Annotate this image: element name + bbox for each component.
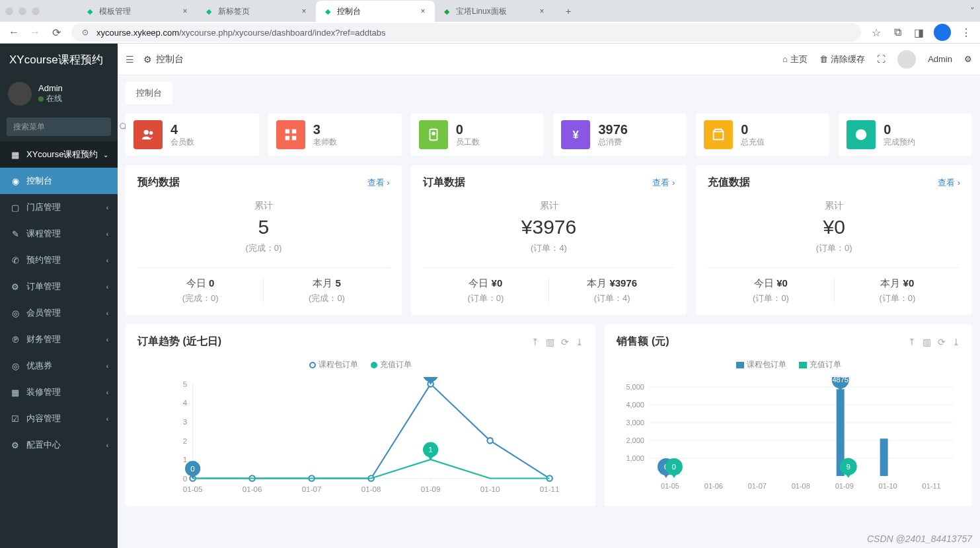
sidebar-item-label: 财务管理 [26, 333, 61, 345]
tab-dashboard[interactable]: 控制台 [126, 82, 172, 104]
clear-cache-button[interactable]: 🗑清除缓存 [819, 53, 865, 65]
svg-text:01-06: 01-06 [243, 485, 262, 493]
topbar-avatar[interactable] [897, 50, 916, 69]
legend-item[interactable]: 充值订单 [371, 359, 412, 370]
chart-tool-download-icon[interactable]: ⤓ [952, 337, 960, 347]
sidebar-item-4[interactable]: ⚙订单管理‹ [0, 273, 118, 300]
tab-close-icon[interactable]: × [537, 7, 547, 16]
nav-forward-icon[interactable]: → [29, 26, 41, 38]
sidebar-item-7[interactable]: ◎优惠券‹ [0, 353, 118, 379]
favicon-icon: ◆ [322, 6, 333, 17]
total-sub: (订单：4) [423, 242, 675, 254]
view-link[interactable]: 查看 › [367, 177, 390, 189]
sidebar-item-icon: ℗ [9, 335, 21, 345]
sidebar: XYcourse课程预约 Admin 在线 ▦ XYcourse课程预约 ⌄ [0, 44, 118, 548]
legend-item[interactable]: 课程包订单 [309, 359, 358, 370]
tab-close-icon[interactable]: × [299, 7, 309, 16]
chrome-menu-icon[interactable]: ⋮ [960, 26, 972, 39]
sidebar-item-10[interactable]: ⚙配置中心‹ [0, 432, 118, 458]
today-sub: (订单：0) [423, 292, 548, 304]
browser-tab-bar: ◆模板管理×◆新标签页×◆控制台×◆宝塔Linux面板× + ˅ [0, 0, 980, 22]
sidebar-item-9[interactable]: ☑内容管理‹ [0, 405, 118, 432]
sidebar-item-1[interactable]: ▢门店管理‹ [0, 194, 118, 221]
stat-card[interactable]: 4会员数 [126, 114, 259, 156]
nav-back-icon[interactable]: ← [8, 26, 20, 38]
user-panel[interactable]: Admin 在线 [0, 75, 118, 112]
window-dot-min[interactable] [19, 7, 26, 15]
nav-reload-icon[interactable]: ⟳ [50, 26, 62, 39]
svg-rect-4 [285, 129, 289, 133]
profile-avatar[interactable] [934, 24, 951, 41]
panel-title: 订单数据 [423, 176, 465, 189]
chart-tool-bar-icon[interactable]: ▥ [546, 337, 554, 347]
chart-tool-download-icon[interactable]: ⤓ [576, 337, 584, 347]
tab-close-icon[interactable]: × [418, 7, 428, 16]
topbar-username[interactable]: Admin [928, 54, 952, 64]
chevron-left-icon: ‹ [106, 310, 108, 317]
sidebar-item-5[interactable]: ◎会员管理‹ [0, 300, 118, 326]
sidebar-item-6[interactable]: ℗财务管理‹ [0, 326, 118, 353]
sidebar-item-8[interactable]: ▦装修管理‹ [0, 379, 118, 405]
legend-item[interactable]: 充值订单 [799, 359, 841, 370]
sidebar-item-2[interactable]: ✎课程管理‹ [0, 221, 118, 247]
today-value: 今日 ¥0 [423, 277, 548, 290]
chevron-left-icon: ‹ [106, 204, 108, 211]
chart-tool-data-icon[interactable]: ⤒ [531, 337, 539, 347]
browser-tab[interactable]: ◆宝塔Linux面板× [435, 1, 554, 22]
total-value: ¥3976 [423, 216, 675, 238]
sidebar-toggle-button[interactable]: ☰ [126, 54, 134, 65]
sidebar-item-icon: ◉ [9, 176, 21, 186]
breadcrumb: ⚙ 控制台 [143, 53, 184, 65]
sidebar-item-icon: ⚙ [9, 440, 21, 450]
stat-card[interactable]: 3老师数 [268, 114, 402, 156]
site-info-icon[interactable]: ⊙ [79, 28, 91, 37]
url-input[interactable]: ⊙ xycourse.xykeep.com/xycourse.php/xycou… [71, 23, 861, 42]
chevron-left-icon: ‹ [106, 257, 108, 264]
browser-tab[interactable]: ◆控制台× [316, 1, 435, 22]
window-dot-close[interactable] [5, 7, 13, 15]
svg-point-2 [144, 130, 149, 135]
sidebar-item-3[interactable]: ✆预约管理‹ [0, 247, 118, 273]
chart-sales: 销售额 (元) ⤒ ▥ ⟳ ⤓ 课程包订单 充值订单 1,0002,0003,0… [605, 324, 972, 506]
svg-text:0: 0 [190, 464, 195, 473]
view-link[interactable]: 查看 › [938, 177, 960, 189]
sidebar-item-label: 优惠券 [26, 360, 52, 372]
badge-icon [419, 120, 448, 149]
search-input[interactable] [7, 118, 119, 136]
browser-tab[interactable]: ◆新标签页× [197, 1, 316, 22]
chart-tool-bar-icon[interactable]: ▥ [923, 337, 931, 347]
chart-tool-refresh-icon[interactable]: ⟳ [938, 337, 946, 347]
tab-close-icon[interactable]: × [180, 7, 190, 16]
svg-text:3,000: 3,000 [626, 419, 645, 427]
sidebar-item-0[interactable]: ◉控制台 [0, 168, 118, 194]
settings-gear-icon[interactable]: ⚙ [964, 54, 972, 64]
legend-item[interactable]: 课程包订单 [736, 359, 786, 370]
window-dot-max[interactable] [32, 7, 40, 15]
home-link[interactable]: ⌂主页 [782, 53, 808, 65]
chevron-left-icon: ‹ [106, 415, 108, 423]
chart-tool-data-icon[interactable]: ⤒ [908, 337, 916, 347]
stat-card[interactable]: 0总充值 [696, 114, 829, 156]
chart-tool-refresh-icon[interactable]: ⟳ [561, 337, 569, 347]
bookmark-star-icon[interactable]: ☆ [870, 26, 882, 39]
stat-card[interactable]: 0完成预约 [839, 114, 972, 156]
panel-icon[interactable]: ◨ [913, 26, 924, 39]
today-sub: (完成：0) [137, 292, 263, 304]
app-logo[interactable]: XYcourse课程预约 [0, 44, 118, 75]
svg-text:01-11: 01-11 [540, 485, 560, 493]
view-link[interactable]: 查看 › [652, 177, 675, 189]
users-icon [133, 120, 163, 149]
chevron-left-icon: ‹ [106, 336, 108, 343]
stat-card[interactable]: 0员工数 [411, 114, 545, 156]
extensions-icon[interactable]: ⧉ [891, 26, 903, 38]
sidebar-treeview-header[interactable]: ▦ XYcourse课程预约 ⌄ [0, 141, 118, 168]
chart-order-trend: 订单趋势 (近七日) ⤒ ▥ ⟳ ⤓ 课程包订单 充值订单 01234501-0… [126, 324, 595, 506]
chrome-chevron-icon[interactable]: ˅ [970, 6, 975, 17]
sidebar-item-label: 控制台 [26, 175, 52, 187]
browser-tab[interactable]: ◆模板管理× [78, 1, 197, 22]
fullscreen-button[interactable]: ⛶ [877, 54, 886, 64]
new-tab-button[interactable]: + [559, 6, 578, 17]
yen-icon: ¥ [561, 120, 590, 149]
month-sub: (订单：0) [835, 292, 960, 304]
stat-card[interactable]: ¥3976总消费 [553, 114, 687, 156]
